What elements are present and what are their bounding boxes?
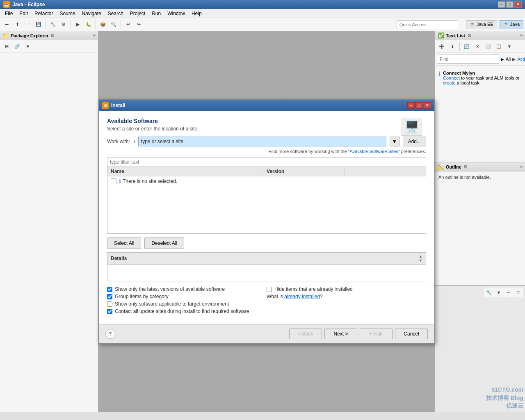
options-columns: Show only the latest versions of availab… xyxy=(107,286,426,316)
toolbar-btn-6[interactable]: ⚙ xyxy=(59,20,68,30)
toolbar-separator-5 xyxy=(462,20,462,29)
menu-run[interactable]: Run xyxy=(148,10,164,17)
details-body xyxy=(107,265,426,281)
details-scroll-buttons[interactable]: ▲ ▼ xyxy=(419,254,422,262)
menu-edit[interactable]: Edit xyxy=(16,10,31,17)
tl-new-task-btn[interactable]: ➕ xyxy=(437,41,447,51)
toolbar-btn-12[interactable]: ↪ xyxy=(134,20,144,30)
br-btn1[interactable]: 🔧 xyxy=(484,288,494,297)
connect-mylyn-link[interactable]: Connect xyxy=(443,75,460,80)
package-explorer-toolbar: ⊟ 🔗 ▼ xyxy=(0,40,98,53)
dialog-minimize-btn[interactable]: ─ xyxy=(407,102,415,109)
toolbar-btn-3[interactable]: 📄 xyxy=(23,20,33,30)
table-body: ℹ There is no site selected. xyxy=(107,176,426,234)
table-row-checkbox[interactable] xyxy=(111,178,116,184)
option-contact-update-sites-checkbox[interactable] xyxy=(107,309,112,314)
work-with-input[interactable] xyxy=(138,137,386,146)
option-hide-installed-label: Hide items that are already installed xyxy=(274,286,353,292)
tl-btn4[interactable]: ✕ xyxy=(472,41,482,51)
find-expand-icon[interactable]: ▶ xyxy=(501,57,504,62)
menu-window[interactable]: Window xyxy=(164,10,188,17)
create-task-link[interactable]: create xyxy=(443,80,456,85)
toolbar-btn-11[interactable]: ↩ xyxy=(123,20,133,30)
toolbar-btn-4[interactable]: 💾 xyxy=(34,20,43,30)
tl-viewmenu-btn[interactable]: ▼ xyxy=(504,41,514,51)
minimize-button[interactable]: ─ xyxy=(498,1,505,8)
menu-bar: File Edit Refactor Source Navigate Searc… xyxy=(0,9,525,18)
available-software-sites-link[interactable]: "Available Software Sites" xyxy=(348,149,400,154)
find-more-text: Find more software by working with the "… xyxy=(107,149,426,154)
toolbar-btn-1[interactable]: ⬅ xyxy=(2,20,11,30)
option-target-env-checkbox[interactable] xyxy=(107,301,112,307)
finish-button[interactable]: Finish xyxy=(360,329,393,339)
outline-content: An outline is not available. xyxy=(435,171,525,183)
activate-link[interactable]: Activate... xyxy=(517,57,525,62)
maximize-button[interactable]: □ xyxy=(506,1,514,8)
quick-access-input[interactable] xyxy=(397,20,458,29)
work-with-info-icon[interactable]: ℹ xyxy=(133,139,135,144)
option-latest-versions: Show only the latest versions of availab… xyxy=(107,286,267,292)
toolbar-btn-9[interactable]: 📦 xyxy=(98,20,108,30)
dialog-section-title: Available Software xyxy=(107,118,426,124)
scroll-up-icon[interactable]: ▲ xyxy=(419,254,422,258)
perspective-java[interactable]: ☕ Java xyxy=(500,20,523,29)
work-with-dropdown-btn[interactable]: ▼ xyxy=(390,137,399,146)
toolbar-btn-5[interactable]: 🔧 xyxy=(48,20,58,30)
connect-mylyn-section: ℹ Connect Mylyn Connect to your task and… xyxy=(435,65,525,90)
options-right-col: Hide items that are already installed Wh… xyxy=(267,286,426,316)
toolbar-btn-10[interactable]: 🔍 xyxy=(109,20,119,30)
scroll-down-icon[interactable]: ▼ xyxy=(419,258,422,262)
close-window-button[interactable]: ✕ xyxy=(514,1,522,8)
tl-btn5[interactable]: ⬜ xyxy=(483,41,493,51)
menu-help[interactable]: Help xyxy=(188,10,205,17)
help-button[interactable]: ? xyxy=(105,329,115,339)
menu-file[interactable]: File xyxy=(2,10,16,17)
table-header-version: Version xyxy=(263,167,345,176)
package-explorer-icon: 📁 xyxy=(2,32,9,39)
package-explorer-close[interactable]: × xyxy=(93,33,96,38)
menu-refactor[interactable]: Refactor xyxy=(31,10,56,17)
expand-icon[interactable]: ▶ xyxy=(512,57,516,62)
option-latest-versions-checkbox[interactable] xyxy=(107,287,112,292)
dialog-maximize-btn[interactable]: □ xyxy=(415,102,423,109)
br-btn4[interactable]: □ xyxy=(514,288,523,297)
menu-project[interactable]: Project xyxy=(127,10,148,17)
pe-collapse-btn[interactable]: ⊟ xyxy=(2,41,11,51)
perspective-java-ee[interactable]: ☕ Java EE xyxy=(466,20,497,29)
tl-btn2[interactable]: ⬇ xyxy=(447,41,457,51)
pe-link-btn[interactable]: 🔗 xyxy=(12,41,22,51)
task-list-header: ✅ Task List ⊠ × xyxy=(435,31,525,40)
outline-close[interactable]: × xyxy=(520,164,523,169)
toolbar-btn-7[interactable]: ▶ xyxy=(73,20,83,30)
tl-btn6[interactable]: 📋 xyxy=(494,41,504,51)
option-hide-installed-checkbox[interactable] xyxy=(267,287,272,292)
window-controls: ─ □ ✕ xyxy=(498,1,522,8)
task-list-find-input[interactable] xyxy=(437,55,499,64)
pe-view-menu-btn[interactable]: ▼ xyxy=(23,41,33,51)
deselect-all-button[interactable]: Deselect All xyxy=(144,237,184,249)
dialog-close-btn[interactable]: ✕ xyxy=(424,102,431,109)
menu-source[interactable]: Source xyxy=(56,10,78,17)
option-target-env-label: Show only software applicable to target … xyxy=(115,301,229,307)
menu-navigate[interactable]: Navigate xyxy=(78,10,104,17)
package-explorer-header: 📁 Package Explorer ⊠ × xyxy=(0,31,98,40)
br-btn3[interactable]: ─ xyxy=(504,288,514,297)
task-list-close[interactable]: × xyxy=(520,33,523,38)
software-table: Name Version ℹ There is no site selected… xyxy=(107,167,426,234)
select-all-button[interactable]: Select All xyxy=(107,237,141,249)
toolbar-separator-4 xyxy=(121,20,121,29)
br-btn2[interactable]: ▼ xyxy=(494,288,504,297)
next-button[interactable]: Next > xyxy=(324,329,357,339)
already-installed-link[interactable]: already installed xyxy=(284,294,320,299)
options-area: Show only the latest versions of availab… xyxy=(107,285,426,317)
back-button[interactable]: < Back xyxy=(289,329,322,339)
table-row-info-icon: ℹ xyxy=(119,178,121,184)
toolbar-btn-2[interactable]: ⬆ xyxy=(12,20,22,30)
tl-btn3[interactable]: 🔄 xyxy=(462,41,472,51)
toolbar-btn-8[interactable]: 🐛 xyxy=(84,20,94,30)
menu-search[interactable]: Search xyxy=(105,10,127,17)
cancel-button[interactable]: Cancel xyxy=(395,329,428,339)
filter-input[interactable] xyxy=(107,157,426,167)
option-group-by-category-checkbox[interactable] xyxy=(107,294,112,299)
available-software-icon: 🖥️ xyxy=(402,118,422,136)
